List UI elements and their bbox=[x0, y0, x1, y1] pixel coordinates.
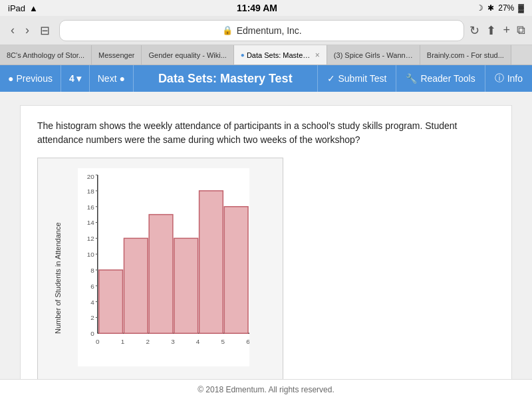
svg-rect-30 bbox=[99, 270, 123, 333]
svg-text:6: 6 bbox=[246, 338, 249, 345]
svg-text:0: 0 bbox=[96, 338, 100, 345]
wifi-icon: ▲ bbox=[29, 3, 38, 13]
tab-gender[interactable]: Gender equality - Wiki... bbox=[142, 45, 233, 65]
submit-label: Submit Test bbox=[338, 73, 387, 84]
page-title: Data Sets: Mastery Test bbox=[134, 65, 317, 92]
svg-text:2: 2 bbox=[90, 314, 94, 321]
bluetooth-icon: ✱ bbox=[487, 3, 494, 13]
browser-bar: ‹ › ⊟ 🔒 Edmentum, Inc. ↻ ⬆ + ⧉ bbox=[0, 16, 532, 45]
tab-anthology[interactable]: 8C's Anthology of Stor... bbox=[0, 45, 92, 65]
footer-text: © 2018 Edmentum. All rights reserved. bbox=[198, 385, 334, 394]
svg-rect-32 bbox=[149, 215, 173, 334]
wrench-icon: 🔧 bbox=[406, 73, 417, 84]
svg-rect-31 bbox=[124, 238, 148, 333]
bookmark-button[interactable]: ⊟ bbox=[36, 21, 54, 41]
page-num-value: 4 bbox=[69, 73, 74, 84]
svg-text:18: 18 bbox=[87, 188, 95, 195]
footer: © 2018 Edmentum. All rights reserved. bbox=[0, 379, 532, 399]
info-label: Info bbox=[507, 73, 523, 84]
reader-tools-label: Reader Tools bbox=[420, 73, 475, 84]
svg-text:16: 16 bbox=[87, 203, 95, 211]
nav-bar: ● Previous 4 ▾ Next ● Data Sets: Mastery… bbox=[0, 65, 532, 92]
question-text: The histogram shows the weekly attendanc… bbox=[37, 119, 495, 147]
tab-label: Data Sets: Mastery... bbox=[247, 51, 313, 59]
tab-label: (3) Spice Girls - Wanna... bbox=[334, 51, 413, 59]
tab-messenger[interactable]: Messenger bbox=[92, 45, 142, 65]
svg-text:4: 4 bbox=[90, 299, 94, 306]
tab-spice-girls[interactable]: (3) Spice Girls - Wanna... bbox=[327, 45, 420, 65]
svg-text:5: 5 bbox=[221, 338, 225, 345]
next-button[interactable]: Next ● bbox=[90, 65, 134, 92]
prev-label: Previous bbox=[16, 73, 52, 84]
url-text: Edmentum, Inc. bbox=[237, 25, 302, 36]
prev-arrow-icon: ● bbox=[8, 73, 13, 84]
clock: 11:49 AM bbox=[237, 3, 277, 13]
svg-text:3: 3 bbox=[171, 338, 175, 345]
y-axis-label: Number of Students in Attendance bbox=[54, 227, 62, 334]
page-number[interactable]: 4 ▾ bbox=[61, 65, 90, 92]
svg-text:20: 20 bbox=[87, 173, 95, 180]
reader-tools-button[interactable]: 🔧 Reader Tools bbox=[396, 65, 484, 92]
status-bar: iPad ▲ 11:49 AM ☽ ✱ 27% ▓ bbox=[0, 0, 532, 16]
address-bar[interactable]: 🔒 Edmentum, Inc. bbox=[59, 20, 464, 41]
back-button[interactable]: ‹ bbox=[7, 21, 19, 41]
svg-rect-34 bbox=[200, 191, 223, 333]
active-tab-indicator: ● bbox=[241, 51, 245, 59]
svg-text:0: 0 bbox=[90, 330, 94, 337]
chart-area: 0 2 4 6 8 10 12 14 bbox=[78, 168, 249, 366]
tab-label: 8C's Anthology of Stor... bbox=[7, 51, 84, 59]
tabs-button[interactable]: ⧉ bbox=[517, 23, 525, 38]
tab-brainly[interactable]: Brainly.com - For stud... bbox=[420, 45, 511, 65]
moon-icon: ☽ bbox=[476, 3, 483, 13]
svg-text:12: 12 bbox=[87, 235, 95, 242]
battery-icon: ▓ bbox=[518, 3, 524, 13]
histogram-svg: 0 2 4 6 8 10 12 14 bbox=[78, 168, 249, 366]
histogram-container: Number of Students in Attendance 0 2 4 bbox=[37, 158, 283, 379]
browser-tabs: 8C's Anthology of Stor... Messenger Gend… bbox=[0, 45, 532, 65]
forward-button[interactable]: › bbox=[21, 21, 33, 41]
info-icon: ⓘ bbox=[495, 72, 504, 84]
svg-rect-33 bbox=[174, 238, 198, 333]
svg-rect-35 bbox=[224, 207, 248, 334]
svg-text:2: 2 bbox=[146, 338, 150, 345]
tab-label: Messenger bbox=[98, 51, 134, 59]
previous-button[interactable]: ● Previous bbox=[0, 65, 61, 92]
lock-icon: 🔒 bbox=[222, 25, 233, 35]
tab-label: Brainly.com - For stud... bbox=[427, 51, 504, 59]
tab-label: Gender equality - Wiki... bbox=[148, 51, 226, 59]
share-button[interactable]: ⬆ bbox=[486, 23, 496, 38]
svg-text:10: 10 bbox=[87, 251, 95, 258]
info-button[interactable]: ⓘ Info bbox=[485, 65, 532, 92]
next-arrow-icon: ● bbox=[120, 73, 125, 84]
battery-level: 27% bbox=[498, 3, 514, 13]
svg-text:8: 8 bbox=[90, 267, 94, 274]
check-icon: ✓ bbox=[327, 73, 335, 84]
question-card: The histogram shows the weekly attendanc… bbox=[20, 105, 512, 379]
svg-text:14: 14 bbox=[87, 219, 95, 226]
svg-text:1: 1 bbox=[121, 338, 125, 345]
add-tab-button[interactable]: + bbox=[503, 23, 510, 38]
browser-navigation[interactable]: ‹ › ⊟ bbox=[7, 21, 54, 41]
reload-button[interactable]: ↻ bbox=[469, 23, 479, 38]
next-label: Next bbox=[98, 73, 117, 84]
chevron-down-icon: ▾ bbox=[76, 73, 81, 84]
svg-text:4: 4 bbox=[196, 338, 200, 345]
svg-text:6: 6 bbox=[90, 283, 94, 290]
submit-test-button[interactable]: ✓ Submit Test bbox=[317, 65, 396, 92]
tab-close-icon[interactable]: × bbox=[315, 51, 320, 60]
tab-datasets[interactable]: ● Data Sets: Mastery... × bbox=[234, 45, 327, 65]
device-name: iPad bbox=[8, 3, 25, 13]
scroll-content: The histogram shows the weekly attendanc… bbox=[0, 92, 532, 379]
